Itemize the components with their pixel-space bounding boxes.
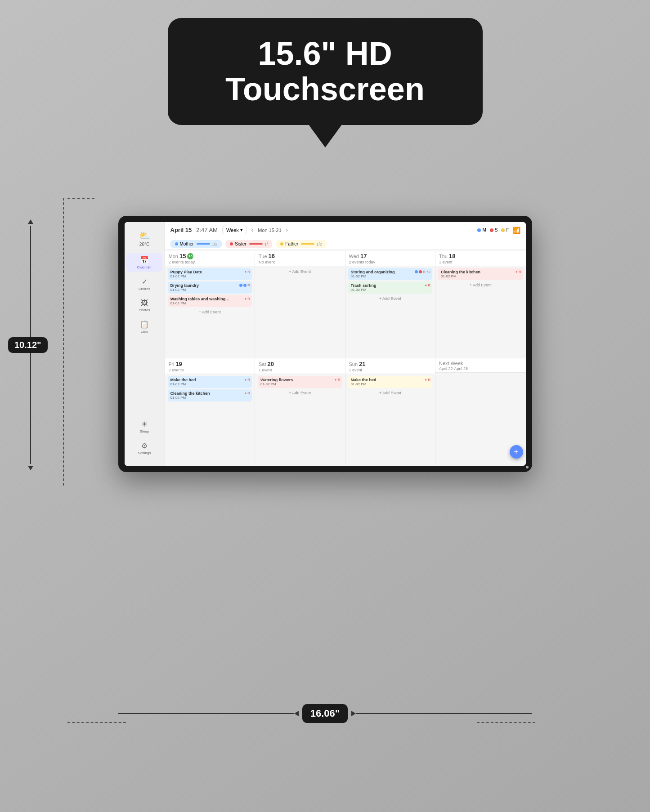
sidebar-item-sleep[interactable]: ☀ Sleep bbox=[126, 417, 162, 436]
day-name-mon: Mon 15 15 bbox=[169, 253, 251, 259]
day-number-tue: 16 bbox=[269, 253, 275, 259]
day-col-next-week: Next Week April 22-April 28 + bbox=[435, 358, 526, 466]
event-time: 01-02 PM bbox=[170, 396, 250, 400]
events-wed: Storing and organizing 01-02 PM R +2 bbox=[345, 266, 435, 358]
width-badge: 16.06" bbox=[302, 704, 348, 723]
h-line-left bbox=[118, 713, 294, 714]
event-washing-tables[interactable]: Washing tables and washing... 01-02 PM ●… bbox=[168, 295, 252, 307]
add-event-wed[interactable]: + Add Event bbox=[348, 295, 433, 302]
events-count-sun: 1 event bbox=[349, 368, 432, 372]
speech-bubble: 15.6" HD Touchscreen bbox=[168, 18, 483, 125]
settings-icon: ⚙ bbox=[141, 442, 148, 450]
sidebar-item-calendar[interactable]: 📅 Calendar bbox=[126, 253, 162, 272]
day-col-thu: Thu 18 1 event Cleaning the kitchen 01-0… bbox=[435, 250, 526, 358]
day-number-wed: 17 bbox=[360, 253, 367, 259]
sidebar-item-photos[interactable]: 🖼 Photos bbox=[126, 296, 162, 315]
tab-sister[interactable]: Sister 1/ bbox=[225, 240, 272, 248]
events-tue: + Add Event bbox=[255, 266, 345, 358]
tab-mother[interactable]: Mother 1/2 bbox=[170, 240, 222, 248]
event-title: Watering flowers bbox=[260, 378, 340, 382]
calendar-grid: Mon 15 15 2 events today Puppy Play Date… bbox=[165, 250, 526, 466]
add-event-sat[interactable]: + Add Event bbox=[258, 389, 342, 397]
dashed-top-line bbox=[67, 198, 94, 199]
day-name-sat: Sat 20 bbox=[259, 361, 341, 367]
event-tags: ● R bbox=[335, 378, 341, 382]
title-line1-white: HD bbox=[336, 36, 392, 71]
add-event-sun[interactable]: + Add Event bbox=[348, 389, 433, 397]
photos-icon: 🖼 bbox=[141, 299, 148, 307]
add-event-fab[interactable]: + bbox=[510, 445, 523, 459]
tab-father[interactable]: Father 1/2 bbox=[276, 240, 326, 248]
day-col-wed: Wed 17 2 events today Storing and organi… bbox=[345, 250, 436, 358]
event-puppy-play-date[interactable]: Puppy Play Date 01-02 PM ● R bbox=[168, 268, 252, 280]
day-name-next-week: Next Week bbox=[439, 361, 522, 366]
tab-count-sister: 1/ bbox=[264, 242, 268, 246]
sidebar-label-calendar: Calendar bbox=[137, 265, 152, 269]
legend-label-s: S bbox=[495, 228, 498, 232]
legend-sister: S bbox=[490, 228, 498, 232]
event-trash-sorting[interactable]: Trash sorting 01-02 PM ● R bbox=[348, 281, 433, 294]
day-header-wed: Wed 17 2 events today bbox=[345, 250, 435, 266]
day-name-wed: Wed 17 bbox=[349, 253, 432, 259]
legend-father: F bbox=[501, 228, 509, 232]
tab-dot-mother bbox=[175, 242, 178, 245]
event-cleaning-kitchen-fri[interactable]: Cleaning the kitchen 01-02 PM ● R bbox=[168, 389, 252, 402]
calendar-header: April 15 2:47 AM Week ▾ ‹ Mon 15-21 › M bbox=[165, 222, 526, 238]
add-event-thu[interactable]: + Add Event bbox=[438, 281, 523, 289]
day-number-sat: 20 bbox=[268, 361, 274, 367]
event-drying-laundry[interactable]: Drying laundry 01-02 PM R bbox=[168, 281, 252, 294]
sidebar: ⛅ 26°C 📅 Calendar ✓ Chores 🖼 Photos 📋 Li… bbox=[125, 222, 165, 466]
day-header-mon: Mon 15 15 2 events today bbox=[165, 250, 255, 266]
events-sat: Watering flowers 01-02 PM ● R + Add Even… bbox=[255, 374, 345, 466]
events-count-thu: 1 event bbox=[439, 260, 522, 264]
event-time: 01-02 PM bbox=[170, 382, 250, 386]
add-event-mon[interactable]: + Add Event bbox=[168, 308, 252, 316]
sidebar-item-lists[interactable]: 📋 Lists bbox=[126, 317, 162, 336]
event-title: Cleaning the kitchen bbox=[170, 391, 250, 396]
next-week-arrow[interactable]: › bbox=[286, 227, 288, 233]
legend-dot-sister bbox=[490, 228, 493, 232]
add-event-tue[interactable]: + Add Event bbox=[258, 268, 342, 275]
tab-count-mother: 1/2 bbox=[212, 242, 218, 246]
day-header-next-week: Next Week April 22-April 28 bbox=[435, 358, 526, 373]
sidebar-item-settings[interactable]: ⚙ Settings bbox=[126, 439, 162, 458]
tab-dot-sister bbox=[230, 242, 233, 245]
day-col-sat: Sat 20 1 event Watering flowers 01-02 PM… bbox=[255, 358, 345, 466]
event-storing-organizing[interactable]: Storing and organizing 01-02 PM R +2 bbox=[348, 268, 433, 280]
events-count-tue: No event bbox=[259, 260, 341, 264]
width-dimension: 16.06" bbox=[118, 704, 532, 723]
main-content: April 15 2:47 AM Week ▾ ‹ Mon 15-21 › M bbox=[165, 222, 526, 466]
sidebar-label-sleep: Sleep bbox=[140, 429, 149, 433]
event-watering-flowers[interactable]: Watering flowers 01-02 PM ● R bbox=[258, 376, 342, 388]
day-number-mon: 15 15 bbox=[179, 253, 193, 259]
sidebar-label-photos: Photos bbox=[139, 308, 150, 312]
device-screen: ⛅ 26°C 📅 Calendar ✓ Chores 🖼 Photos 📋 Li… bbox=[125, 222, 526, 466]
event-tags: ● R bbox=[244, 270, 250, 274]
arrow-right-icon bbox=[351, 711, 356, 716]
event-tags: ● R bbox=[425, 283, 430, 287]
sidebar-label-chores: Chores bbox=[139, 287, 150, 291]
title-line1: 15.6" bbox=[258, 36, 336, 71]
event-make-bed-sun[interactable]: Make the bed 01-02 PM ● R bbox=[348, 376, 433, 388]
event-tags: ● R bbox=[244, 391, 250, 395]
tab-dot-father bbox=[280, 242, 283, 245]
calendar-tabs: Mother 1/2 Sister 1/ Father 1/2 bbox=[165, 238, 526, 250]
events-thu: Cleaning the kitchen 01-02 PM ● R + Add … bbox=[435, 266, 526, 358]
tab-bar-mother bbox=[197, 243, 210, 245]
prev-week-arrow[interactable]: ‹ bbox=[251, 227, 253, 233]
week-view-button[interactable]: Week ▾ bbox=[222, 226, 247, 234]
device-frame: ⛅ 26°C 📅 Calendar ✓ Chores 🖼 Photos 📋 Li… bbox=[118, 216, 532, 472]
dashed-left-line bbox=[63, 198, 64, 486]
legend-label-f: F bbox=[506, 228, 509, 232]
tab-label-mother: Mother bbox=[180, 241, 194, 246]
event-tags: R +2 bbox=[415, 270, 430, 274]
event-time: 01-02 PM bbox=[351, 288, 430, 292]
legend-mother: M bbox=[477, 228, 486, 232]
sidebar-label-settings: Settings bbox=[138, 451, 151, 455]
height-label: 10.12" bbox=[8, 219, 48, 470]
event-cleaning-kitchen-thu[interactable]: Cleaning the kitchen 01-02 PM ● R bbox=[438, 268, 523, 280]
sidebar-item-chores[interactable]: ✓ Chores bbox=[126, 275, 162, 294]
event-make-bed-fri[interactable]: Make the bed 01-02 PM ● R bbox=[168, 376, 252, 388]
day-name-thu: Thu 18 bbox=[439, 253, 522, 259]
events-sun: Make the bed 01-02 PM ● R + Add Event bbox=[345, 374, 435, 466]
